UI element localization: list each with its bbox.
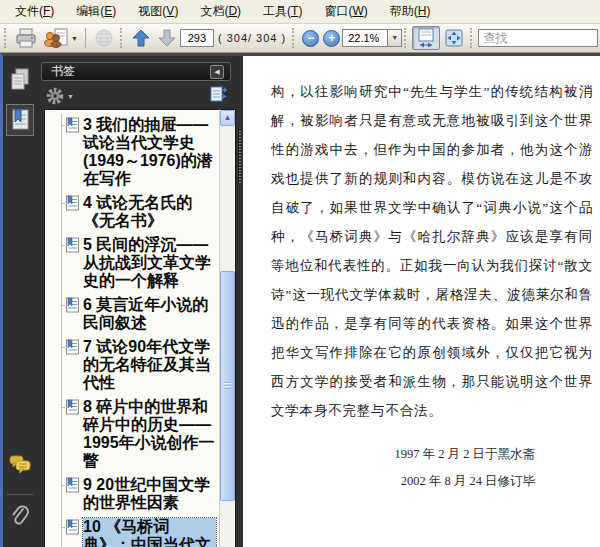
toolbar-grip[interactable] [404,28,408,48]
bookmark-page-icon [65,297,80,313]
comments-tab-button[interactable] [6,448,34,480]
page-number-input[interactable] [180,29,214,47]
scrollbar-thumb[interactable] [220,271,235,501]
bookmark-page-icon [65,477,80,493]
bookmark-item[interactable]: 5 民间的浮沉——从抗战到文革文学史的一个解释 [62,234,217,294]
toolbar-grip[interactable] [4,28,8,48]
collapse-panel-button[interactable]: ◀ [210,65,224,79]
bookmark-item[interactable]: 9 20世纪中国文学的世界性因素 [62,474,217,516]
bookmark-page-icon [65,399,80,415]
zoom-in-button[interactable]: + [323,30,340,47]
bookmark-page-icon [65,519,80,535]
bookmark-item-label[interactable]: 7 试论90年代文学的无名特征及其当代性 [83,338,216,392]
paperclip-icon [10,505,30,529]
document-paragraph: 构，以往影响研究中“先生与学生”的传统结构被消解，被影响者只是有意或无意地被吸引… [271,77,593,425]
bookmark-item[interactable]: 3 我们的抽屉——试论当代文学史(1949～1976)的潜在写作 [62,114,217,192]
find-input[interactable] [478,29,598,47]
next-page-button[interactable] [154,26,180,50]
menu-item-window[interactable]: 窗口(W) [313,0,378,23]
bookmark-item-label[interactable]: 3 我们的抽屉——试论当代文学史(1949～1976)的潜在写作 [83,116,216,188]
toolbar-grip[interactable] [470,28,474,48]
pages-icon [8,67,32,93]
menu-item-view[interactable]: 视图(V) [127,0,189,23]
toolbar-grip[interactable] [292,28,296,48]
bookmark-page-icon [65,237,80,253]
expand-bookmark-icon [209,85,228,103]
toolbar: ▼ ( 304/ 304 ) − + 22.1% ▼ [0,24,600,53]
bookmark-page-icon [65,339,80,355]
date-line-1: 1997 年 2 月 2 日于黑水斋 [271,441,535,468]
bookmark-page-icon [65,195,80,211]
main-area: 书签 ◀ ▼ [0,53,600,547]
print-button[interactable] [12,26,40,50]
menu-item-help[interactable]: 帮助(H) [379,0,442,23]
bookmark-item[interactable]: 10 《马桥词典》：中国当代文学的世界性因素之一例 [62,516,217,547]
document-dates: 1997 年 2 月 2 日于黑水斋 2002 年 8 月 24 日修订毕 [271,441,593,495]
menu-item-file[interactable]: 文件(F) [4,0,65,23]
collaborate-button[interactable]: ▼ [40,26,81,50]
collaborate-icon [43,28,69,48]
bookmark-item-label[interactable]: 10 《马桥词典》：中国当代文学的世界性因素之一例 [83,518,216,547]
up-arrow-icon [131,28,151,48]
fit-page-icon [443,27,465,49]
scroll-up-button[interactable]: ▲ [220,110,235,126]
bookmarks-panel-title: 书签 [51,63,75,80]
previous-page-button[interactable] [128,26,154,50]
bookmark-item[interactable]: 6 莫言近年小说的民间叙述 [62,294,217,336]
bookmark-item-label[interactable]: 8 碎片中的世界和碎片中的历史——1995年小说创作一瞥 [83,398,216,470]
bookmarks-list-row: 3 我们的抽屉——试论当代文学史(1949～1976)的潜在写作4 试论无名氏的… [36,109,236,547]
options-caret-icon: ▼ [67,93,74,100]
bookmark-item-label[interactable]: 4 试论无名氏的《无名书》 [83,194,216,230]
down-arrow-icon [157,28,177,48]
bookmarks-panel-toolbar: ▼ [36,85,236,109]
fit-width-icon [415,27,437,49]
bookmark-item-label[interactable]: 5 民间的浮沉——从抗战到文革文学史的一个解释 [83,236,216,290]
date-line-2: 2002 年 8 月 24 日修订毕 [271,468,535,495]
pages-tab-button[interactable] [6,64,34,96]
menu-item-document[interactable]: 文档(D) [189,0,252,23]
printer-icon [15,28,37,48]
zoom-level-field[interactable]: 22.1% [342,29,388,47]
rail-divider [7,494,33,495]
bookmark-item-label[interactable]: 9 20世纪中国文学的世界性因素 [83,476,216,512]
toolbar-separator [85,28,86,48]
fit-page-button[interactable] [440,26,468,50]
bookmark-page-icon [65,117,80,133]
attachments-tab-button[interactable] [6,501,34,533]
bookmark-item[interactable]: 8 碎片中的世界和碎片中的历史——1995年小说创作一瞥 [62,396,217,474]
menu-bar: 文件(F)编辑(E)视图(V)文档(D)工具(T)窗口(W)帮助(H) [0,0,600,24]
bookmarks-list: 3 我们的抽屉——试论当代文学史(1949～1976)的潜在写作4 试论无名氏的… [44,109,219,547]
online-services-button[interactable] [90,26,118,50]
menu-item-edit[interactable]: 编辑(E) [65,0,127,23]
bookmarks-panel-header: 书签 ◀ [41,62,231,81]
collaborate-caret-icon: ▼ [71,35,78,42]
zoom-dropdown-button[interactable]: ▼ [388,29,402,47]
zoom-out-button[interactable]: − [302,30,319,47]
bookmarks-icon [8,107,32,133]
bookmark-item[interactable]: 7 试论90年代文学的无名特征及其当代性 [62,336,217,396]
bookmark-item[interactable]: 4 试论无名氏的《无名书》 [62,192,217,234]
options-button[interactable]: ▼ [46,87,74,105]
bookmark-tree: 3 我们的抽屉——试论当代文学史(1949～1976)的潜在写作4 试论无名氏的… [61,114,217,547]
fit-width-button[interactable] [412,26,440,50]
gear-icon [46,87,64,105]
bookmarks-scrollbar[interactable]: ▲ ▼ [219,109,236,547]
panel-splitter[interactable] [236,56,243,547]
menu-item-tools[interactable]: 工具(T) [252,0,313,23]
bookmarks-tab-button[interactable] [6,104,34,136]
page-count-label: ( 304/ 304 ) [218,32,286,44]
navigation-rail [3,56,36,547]
globe-icon [93,28,115,48]
expand-current-bookmark-button[interactable] [209,85,228,107]
bookmarks-panel: 书签 ◀ ▼ [36,56,236,547]
comments-icon [8,454,32,474]
toolbar-grip[interactable] [120,28,124,48]
document-page[interactable]: 构，以往影响研究中“先生与学生”的传统结构被消解，被影响者只是有意或无意地被吸引… [243,56,600,547]
bookmark-item-label[interactable]: 6 莫言近年小说的民间叙述 [83,296,216,332]
